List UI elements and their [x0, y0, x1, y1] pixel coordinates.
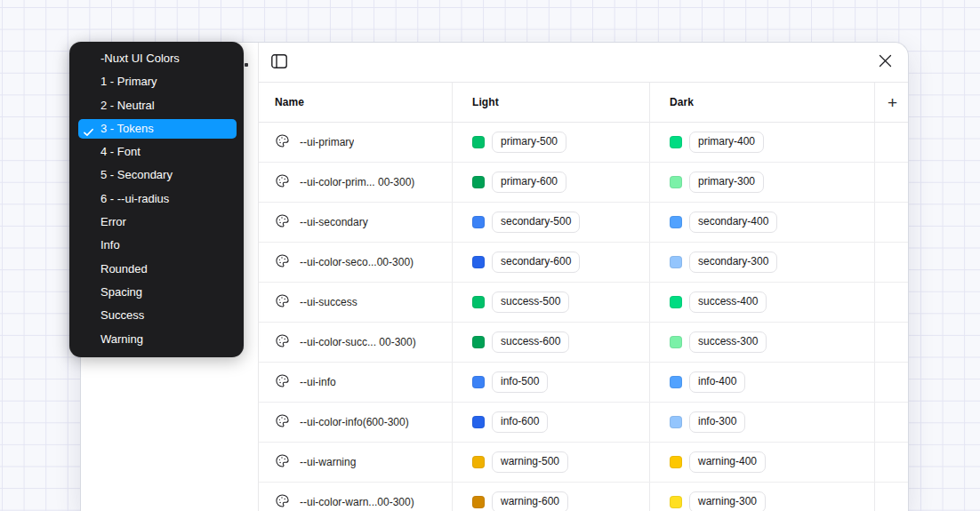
empty-cell: [875, 123, 908, 162]
collections-menu-item[interactable]: Error: [78, 212, 237, 232]
alias-pill[interactable]: warning-300: [689, 491, 766, 511]
color-swatch[interactable]: [670, 456, 682, 468]
alias-pill[interactable]: primary-300: [689, 172, 764, 193]
light-mode-cell: secondary-600: [453, 243, 650, 282]
variable-name: --ui-color-seco...00-300): [300, 256, 414, 268]
table-row: --ui-color-succ... 00-300) success-600 s…: [259, 323, 908, 363]
color-swatch[interactable]: [472, 456, 485, 468]
alias-pill[interactable]: primary-400: [689, 132, 764, 153]
variable-name-cell[interactable]: --ui-color-succ... 00-300): [259, 323, 453, 362]
color-swatch[interactable]: [670, 216, 682, 228]
collections-menu-item[interactable]: 2 - Neutral: [78, 96, 237, 116]
collections-menu-item[interactable]: Rounded: [78, 259, 237, 279]
alias-pill[interactable]: success-300: [689, 331, 767, 353]
collections-menu-item[interactable]: Warning: [78, 330, 237, 349]
table-row: --ui-color-info(600-300) info-600 info-3…: [259, 403, 908, 443]
color-swatch[interactable]: [472, 216, 485, 228]
alias-pill[interactable]: info-600: [492, 411, 548, 433]
variable-name-cell[interactable]: --ui-secondary: [259, 203, 453, 242]
variable-name: --ui-color-prim... 00-300): [300, 176, 414, 188]
alias-pill[interactable]: secondary-600: [492, 252, 580, 273]
color-swatch[interactable]: [670, 416, 682, 428]
alias-pill[interactable]: info-400: [689, 371, 745, 393]
plus-icon[interactable]: +: [888, 94, 897, 111]
alias-pill[interactable]: warning-500: [492, 451, 568, 473]
variable-name-cell[interactable]: --ui-color-info(600-300): [259, 403, 453, 442]
empty-cell: [875, 163, 908, 202]
collections-menu-item[interactable]: Success: [78, 306, 237, 325]
color-swatch[interactable]: [670, 376, 682, 388]
sidebar-toggle-button[interactable]: [268, 51, 291, 74]
variable-name-cell[interactable]: --ui-color-warn...00-300): [259, 483, 453, 511]
table-row: --ui-warning warning-500 warning-400: [259, 443, 908, 483]
light-mode-cell: info-600: [453, 403, 650, 442]
check-icon: [84, 124, 93, 140]
collections-menu-item[interactable]: 6 - --ui-radius: [78, 189, 237, 209]
collections-menu-item[interactable]: 1 - Primary: [78, 72, 237, 92]
color-swatch[interactable]: [670, 496, 682, 508]
alias-pill[interactable]: primary-600: [492, 172, 566, 193]
empty-cell: [875, 243, 908, 282]
figma-canvas: Name Light Dark + --ui-primary: [0, 0, 980, 511]
column-header-dark: Dark: [650, 83, 875, 122]
alias-pill[interactable]: secondary-500: [492, 212, 580, 233]
palette-icon: [275, 293, 290, 312]
alias-pill[interactable]: success-400: [689, 291, 767, 313]
color-swatch[interactable]: [472, 296, 485, 308]
empty-cell: [875, 323, 908, 362]
light-mode-cell: success-600: [453, 323, 650, 362]
collections-menu-item-label: 6 - --ui-radius: [100, 189, 169, 209]
empty-cell: [875, 483, 908, 511]
light-mode-cell: warning-500: [453, 443, 650, 482]
collections-menu-item-label: 2 - Neutral: [100, 96, 155, 116]
collections-menu-item[interactable]: Info: [78, 236, 237, 255]
alias-pill[interactable]: success-500: [492, 291, 569, 313]
color-swatch[interactable]: [472, 336, 485, 348]
color-swatch[interactable]: [472, 416, 485, 428]
dark-mode-cell: primary-400: [650, 123, 875, 162]
alias-pill[interactable]: secondary-300: [689, 252, 777, 273]
palette-icon: [275, 133, 290, 152]
color-swatch[interactable]: [472, 136, 485, 148]
empty-cell: [875, 363, 908, 402]
variable-name-cell[interactable]: --ui-color-seco...00-300): [259, 243, 453, 282]
variable-name-cell[interactable]: --ui-warning: [259, 443, 453, 482]
alias-pill[interactable]: info-500: [492, 371, 548, 393]
variable-name-cell[interactable]: --ui-success: [259, 283, 453, 322]
collections-menu-item-label: Rounded: [100, 259, 148, 279]
light-mode-cell: warning-600: [453, 483, 650, 511]
color-swatch[interactable]: [670, 176, 682, 188]
variable-name-cell[interactable]: --ui-info: [259, 363, 453, 402]
collections-menu-item[interactable]: 4 - Font: [78, 142, 237, 162]
color-swatch[interactable]: [472, 376, 485, 388]
alias-pill[interactable]: warning-400: [689, 451, 766, 473]
color-swatch[interactable]: [670, 136, 682, 148]
dark-mode-cell: success-400: [650, 283, 875, 322]
empty-cell: [875, 443, 908, 482]
dark-mode-cell: info-300: [650, 403, 875, 442]
close-panel-button[interactable]: [873, 51, 896, 74]
color-swatch[interactable]: [472, 176, 485, 188]
alias-pill[interactable]: warning-600: [492, 491, 568, 511]
color-swatch[interactable]: [472, 256, 485, 268]
color-swatch[interactable]: [670, 336, 682, 348]
collections-menu-item-label: Error: [100, 212, 126, 232]
collections-menu-item[interactable]: 3 - Tokens: [78, 119, 237, 139]
alias-pill[interactable]: primary-500: [492, 132, 566, 153]
color-swatch[interactable]: [472, 496, 485, 508]
panel-toolbar: [259, 43, 908, 83]
collections-menu-item-label: Warning: [100, 330, 143, 349]
color-swatch[interactable]: [670, 256, 682, 268]
alias-pill[interactable]: success-600: [492, 331, 569, 353]
add-mode-column-cell: +: [875, 83, 908, 122]
collections-menu-item[interactable]: 5 - Secondary: [78, 165, 237, 185]
alias-pill[interactable]: secondary-400: [689, 212, 777, 233]
light-mode-cell: primary-600: [453, 163, 650, 202]
collections-menu-item-label: 5 - Secondary: [100, 165, 173, 185]
collections-menu-item[interactable]: Spacing: [78, 283, 237, 302]
variable-name-cell[interactable]: --ui-color-prim... 00-300): [259, 163, 453, 202]
collections-menu-item[interactable]: -Nuxt UI Colors: [78, 49, 237, 68]
alias-pill[interactable]: info-300: [689, 411, 745, 433]
color-swatch[interactable]: [670, 296, 682, 308]
variable-name-cell[interactable]: --ui-primary: [259, 123, 453, 162]
